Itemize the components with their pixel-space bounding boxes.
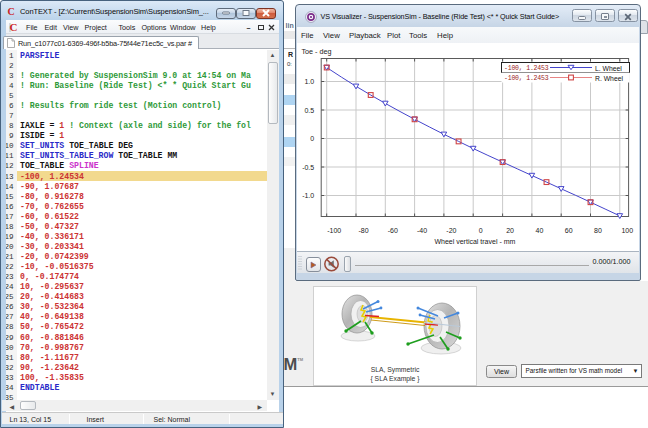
svg-text:R. Wheel: R. Wheel: [595, 74, 623, 81]
svg-text:-20: -20: [446, 227, 456, 234]
svg-text:100: 100: [621, 227, 633, 234]
svg-text:1.0: 1.0: [304, 78, 314, 85]
svg-text:0: 0: [310, 135, 314, 142]
svg-text:L. Wheel: L. Wheel: [595, 64, 622, 71]
svg-text:Toe - deg: Toe - deg: [302, 46, 332, 55]
svg-text:0.5: 0.5: [304, 106, 314, 113]
svg-text:-80: -80: [358, 227, 368, 234]
svg-text:40: 40: [536, 227, 544, 234]
svg-text:60: 60: [565, 227, 573, 234]
svg-text:20: 20: [506, 227, 514, 234]
svg-text:80: 80: [594, 227, 602, 234]
svg-text:-60: -60: [388, 227, 398, 234]
svg-text:-0.5: -0.5: [302, 163, 314, 170]
svg-text:0: 0: [479, 227, 483, 234]
svg-text:-100, 1.2453: -100, 1.2453: [504, 75, 549, 82]
svg-text:-100: -100: [327, 227, 341, 234]
svg-text:-100, 1.2453: -100, 1.2453: [504, 65, 549, 72]
svg-text:-1.0: -1.0: [302, 192, 314, 199]
svg-text:-40: -40: [417, 227, 427, 234]
svg-text:Wheel vertical travel - mm: Wheel vertical travel - mm: [434, 237, 515, 244]
